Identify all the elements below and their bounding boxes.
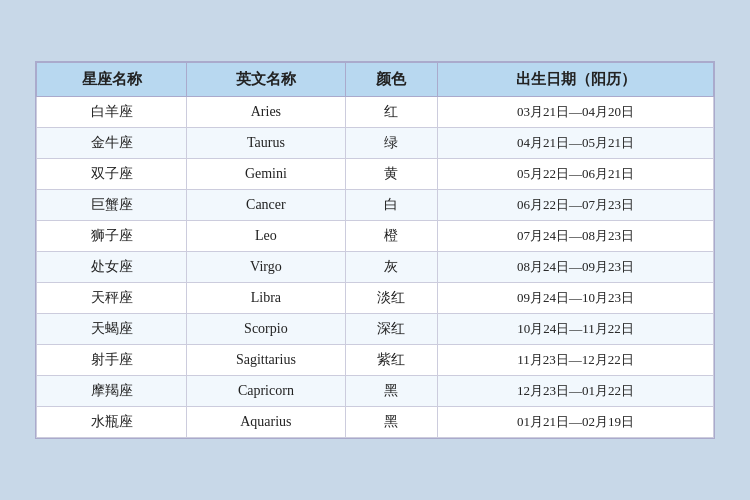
cell-dates: 08月24日—09月23日 (438, 252, 714, 283)
cell-dates: 09月24日—10月23日 (438, 283, 714, 314)
cell-english-name: Aries (187, 97, 345, 128)
table-row: 巨蟹座Cancer白06月22日—07月23日 (37, 190, 714, 221)
cell-chinese-name: 狮子座 (37, 221, 187, 252)
cell-color: 灰 (345, 252, 438, 283)
cell-dates: 06月22日—07月23日 (438, 190, 714, 221)
cell-chinese-name: 水瓶座 (37, 407, 187, 438)
table-row: 天秤座Libra淡红09月24日—10月23日 (37, 283, 714, 314)
cell-dates: 11月23日—12月22日 (438, 345, 714, 376)
table-row: 射手座Sagittarius紫红11月23日—12月22日 (37, 345, 714, 376)
cell-english-name: Scorpio (187, 314, 345, 345)
cell-chinese-name: 射手座 (37, 345, 187, 376)
table-row: 天蝎座Scorpio深红10月24日—11月22日 (37, 314, 714, 345)
header-dates: 出生日期（阳历） (438, 63, 714, 97)
zodiac-table-wrapper: 星座名称 英文名称 颜色 出生日期（阳历） 白羊座Aries红03月21日—04… (35, 61, 715, 439)
table-row: 双子座Gemini黄05月22日—06月21日 (37, 159, 714, 190)
table-row: 白羊座Aries红03月21日—04月20日 (37, 97, 714, 128)
cell-chinese-name: 处女座 (37, 252, 187, 283)
cell-color: 橙 (345, 221, 438, 252)
cell-color: 绿 (345, 128, 438, 159)
cell-english-name: Leo (187, 221, 345, 252)
cell-chinese-name: 天秤座 (37, 283, 187, 314)
cell-dates: 05月22日—06月21日 (438, 159, 714, 190)
cell-english-name: Virgo (187, 252, 345, 283)
cell-dates: 07月24日—08月23日 (438, 221, 714, 252)
cell-color: 淡红 (345, 283, 438, 314)
cell-chinese-name: 金牛座 (37, 128, 187, 159)
cell-dates: 10月24日—11月22日 (438, 314, 714, 345)
cell-chinese-name: 双子座 (37, 159, 187, 190)
zodiac-table: 星座名称 英文名称 颜色 出生日期（阳历） 白羊座Aries红03月21日—04… (36, 62, 714, 438)
cell-color: 黑 (345, 407, 438, 438)
cell-color: 红 (345, 97, 438, 128)
cell-english-name: Sagittarius (187, 345, 345, 376)
cell-dates: 04月21日—05月21日 (438, 128, 714, 159)
cell-english-name: Cancer (187, 190, 345, 221)
table-row: 水瓶座Aquarius黑01月21日—02月19日 (37, 407, 714, 438)
cell-color: 深红 (345, 314, 438, 345)
table-row: 狮子座Leo橙07月24日—08月23日 (37, 221, 714, 252)
cell-english-name: Capricorn (187, 376, 345, 407)
table-row: 金牛座Taurus绿04月21日—05月21日 (37, 128, 714, 159)
cell-color: 白 (345, 190, 438, 221)
cell-color: 黑 (345, 376, 438, 407)
cell-chinese-name: 天蝎座 (37, 314, 187, 345)
cell-dates: 03月21日—04月20日 (438, 97, 714, 128)
header-english-name: 英文名称 (187, 63, 345, 97)
table-header-row: 星座名称 英文名称 颜色 出生日期（阳历） (37, 63, 714, 97)
cell-chinese-name: 摩羯座 (37, 376, 187, 407)
header-chinese-name: 星座名称 (37, 63, 187, 97)
table-row: 摩羯座Capricorn黑12月23日—01月22日 (37, 376, 714, 407)
cell-color: 黄 (345, 159, 438, 190)
cell-dates: 01月21日—02月19日 (438, 407, 714, 438)
table-body: 白羊座Aries红03月21日—04月20日金牛座Taurus绿04月21日—0… (37, 97, 714, 438)
cell-chinese-name: 巨蟹座 (37, 190, 187, 221)
cell-english-name: Gemini (187, 159, 345, 190)
header-color: 颜色 (345, 63, 438, 97)
cell-dates: 12月23日—01月22日 (438, 376, 714, 407)
cell-color: 紫红 (345, 345, 438, 376)
cell-english-name: Taurus (187, 128, 345, 159)
cell-english-name: Aquarius (187, 407, 345, 438)
cell-english-name: Libra (187, 283, 345, 314)
table-row: 处女座Virgo灰08月24日—09月23日 (37, 252, 714, 283)
cell-chinese-name: 白羊座 (37, 97, 187, 128)
